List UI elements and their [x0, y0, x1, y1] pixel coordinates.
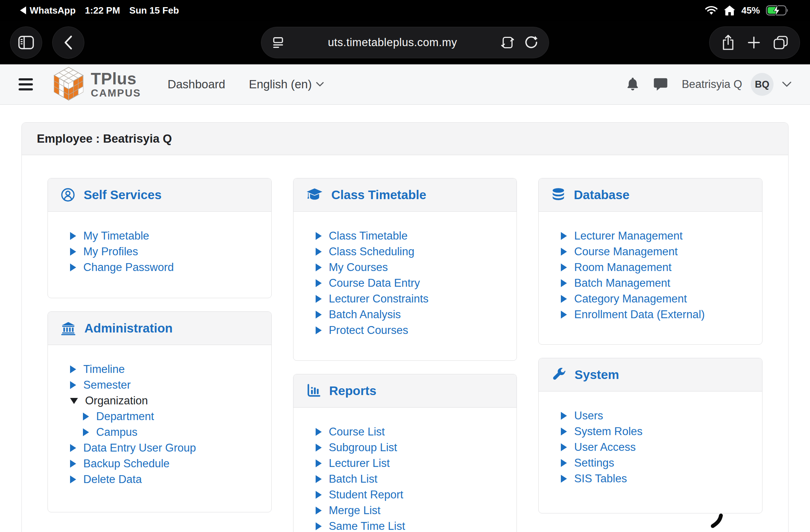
- triangle-right-icon: [561, 232, 567, 240]
- menu-item-link[interactable]: Department: [83, 409, 261, 424]
- triangle-right-icon: [316, 232, 322, 240]
- card-reports: Reports Course List Subgroup List Lectur…: [293, 374, 517, 532]
- triangle-right-icon: [83, 428, 89, 436]
- card-title: Class Timetable: [331, 188, 426, 202]
- plus-icon[interactable]: [746, 35, 761, 50]
- nav-language-dropdown[interactable]: English (en): [249, 78, 324, 91]
- card-header: System: [539, 358, 762, 391]
- database-icon: [552, 188, 565, 202]
- menu-item-link[interactable]: Settings: [561, 455, 752, 471]
- menu-item-link[interactable]: Batch List: [316, 471, 507, 487]
- menu-item-link[interactable]: Class Timetable: [316, 228, 507, 244]
- reload-icon[interactable]: [524, 35, 538, 50]
- column-1: Self Services My Timetable My Profiles C…: [48, 178, 272, 512]
- card-system: System Users System Roles User Access: [538, 358, 762, 513]
- page-translate-icon[interactable]: [501, 36, 514, 49]
- triangle-right-icon: [70, 232, 76, 240]
- menu-item-link[interactable]: SIS Tables: [561, 471, 752, 487]
- triangle-down-icon: [70, 398, 78, 404]
- bank-icon: [61, 321, 76, 335]
- triangle-right-icon: [316, 507, 322, 514]
- triangle-right-icon: [70, 476, 76, 483]
- wifi-icon: [705, 5, 718, 15]
- card-title: Self Services: [84, 188, 162, 202]
- triangle-right-icon: [316, 279, 322, 287]
- card-menu: Course List Subgroup List Lecturer List …: [293, 408, 517, 532]
- battery-percent: 45%: [741, 5, 760, 16]
- hamburger-menu-icon[interactable]: [19, 78, 34, 90]
- nav-dashboard[interactable]: Dashboard: [168, 78, 225, 91]
- triangle-right-icon: [316, 248, 322, 256]
- share-icon[interactable]: [721, 34, 735, 51]
- menu-item-link[interactable]: Semester: [70, 377, 261, 393]
- address-bar[interactable]: uts.timetableplus.com.my: [261, 27, 549, 58]
- menu-item-link[interactable]: Change Password: [70, 260, 261, 275]
- back-to-app[interactable]: WhatsApp: [20, 5, 76, 16]
- brand-logo[interactable]: TPlus CAMPUS: [51, 65, 141, 103]
- menu-item-link[interactable]: Delete Data: [70, 472, 261, 487]
- triangle-right-icon: [316, 522, 322, 530]
- menu-item-link[interactable]: Merge List: [316, 503, 507, 518]
- battery-charging-icon: [766, 4, 790, 16]
- menu-item-link[interactable]: Protect Courses: [316, 322, 507, 338]
- menu-item-link[interactable]: Batch Management: [561, 275, 752, 291]
- triangle-right-icon: [316, 444, 322, 452]
- bell-icon[interactable]: [626, 77, 639, 92]
- menu-item-link[interactable]: Timeline: [70, 361, 261, 377]
- triangle-right-icon: [316, 311, 322, 319]
- menu-item-link[interactable]: Enrollment Data (External): [561, 307, 752, 322]
- menu-item-link[interactable]: Course Management: [561, 244, 752, 260]
- menu-item-link[interactable]: Users: [561, 408, 752, 424]
- menu-item-link[interactable]: Lecturer Management: [561, 228, 752, 244]
- menu-item-link[interactable]: Campus: [83, 424, 261, 440]
- menu-item-link[interactable]: Subgroup List: [316, 440, 507, 455]
- wrench-icon: [552, 368, 566, 382]
- sidebar-toggle-button[interactable]: [10, 26, 42, 59]
- menu-item-link[interactable]: Batch Analysis: [316, 307, 507, 322]
- url-text[interactable]: uts.timetableplus.com.my: [284, 36, 501, 49]
- column-3: Database Lecturer Management Course Mana…: [538, 178, 762, 513]
- triangle-right-icon: [561, 428, 567, 435]
- menu-item-link[interactable]: Course Data Entry: [316, 275, 507, 291]
- menu-item-link[interactable]: My Courses: [316, 260, 507, 275]
- card-title: Administration: [84, 321, 173, 335]
- menu-item-link[interactable]: My Profiles: [70, 244, 261, 260]
- tabs-icon[interactable]: [773, 35, 789, 50]
- triangle-right-icon: [316, 428, 322, 436]
- card-menu: Timeline Semester Organization Departmen…: [48, 345, 271, 502]
- triangle-right-icon: [70, 444, 76, 452]
- chevron-down-icon: [316, 82, 324, 87]
- back-button[interactable]: [52, 26, 84, 59]
- menu-item-link[interactable]: My Timetable: [70, 228, 261, 244]
- menu-item-link[interactable]: Same Time List: [316, 518, 507, 532]
- menu-item-link[interactable]: System Roles: [561, 424, 752, 439]
- avatar: BQ: [751, 73, 774, 96]
- menu-item-link[interactable]: Lecturer Constraints: [316, 291, 507, 307]
- card-header: Reports: [293, 374, 517, 408]
- chevron-left-icon: [62, 35, 75, 50]
- user-menu[interactable]: Beatrisyia Q BQ: [682, 73, 791, 96]
- triangle-left-icon: [20, 6, 26, 14]
- back-to-app-label: WhatsApp: [30, 5, 76, 16]
- menu-item-link[interactable]: Backup Schedule: [70, 456, 261, 472]
- menu-item-link[interactable]: Category Management: [561, 291, 752, 307]
- chevron-down-icon: [782, 82, 791, 87]
- card-class-timetable: Class Timetable Class Timetable Class Sc…: [293, 178, 517, 361]
- reader-view-icon[interactable]: [272, 36, 284, 49]
- menu-item-link[interactable]: Data Entry User Group: [70, 440, 261, 456]
- browser-toolbar: uts.timetableplus.com.my: [0, 21, 810, 64]
- menu-item-link[interactable]: Organization: [70, 393, 261, 409]
- menu-item-link[interactable]: Student Report: [316, 487, 507, 503]
- card-header: Database: [539, 178, 762, 212]
- chat-icon[interactable]: [653, 77, 668, 92]
- triangle-right-icon: [561, 459, 567, 467]
- triangle-right-icon: [561, 311, 567, 319]
- menu-item-link[interactable]: User Access: [561, 439, 752, 455]
- triangle-right-icon: [316, 491, 322, 499]
- card-menu: My Timetable My Profiles Change Password: [48, 212, 271, 290]
- menu-item-link[interactable]: Class Scheduling: [316, 244, 507, 260]
- menu-item-link[interactable]: Room Management: [561, 260, 752, 275]
- triangle-right-icon: [561, 263, 567, 271]
- menu-item-link[interactable]: Lecturer List: [316, 455, 507, 471]
- menu-item-link[interactable]: Course List: [316, 424, 507, 440]
